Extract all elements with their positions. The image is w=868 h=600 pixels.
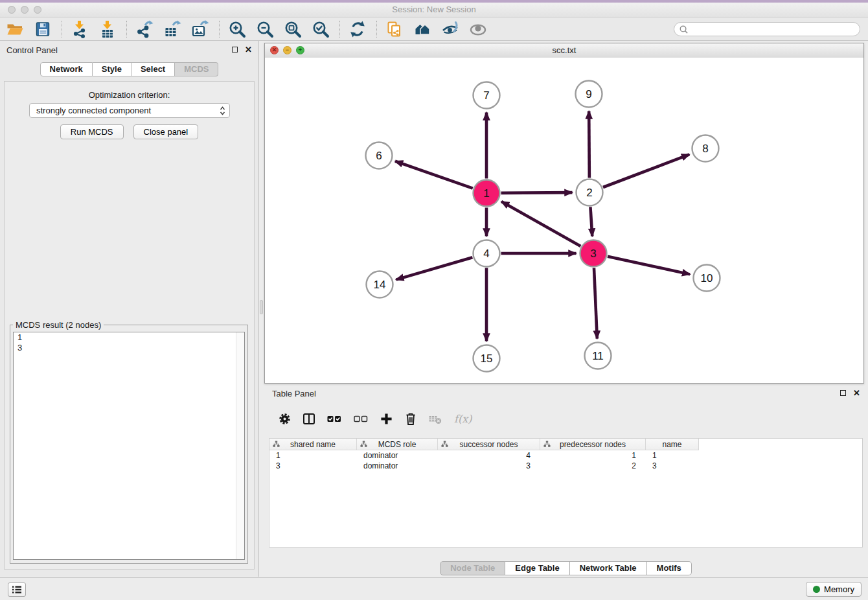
splitter-grip-icon[interactable] <box>260 300 263 314</box>
edge-3-1[interactable] <box>501 202 580 246</box>
import-table-button[interactable] <box>98 19 117 39</box>
export-table-button[interactable] <box>163 19 182 39</box>
save-session-button[interactable] <box>33 19 52 39</box>
zoom-fit-button[interactable] <box>283 19 303 39</box>
tab-edge-table[interactable]: Edge Table <box>505 561 569 575</box>
edge-4-14[interactable] <box>396 257 472 279</box>
node-10[interactable]: 10 <box>694 265 720 292</box>
column-header-name[interactable]: name <box>646 439 698 450</box>
cell-name[interactable]: 3 <box>646 461 698 471</box>
table-settings-button[interactable] <box>279 413 291 425</box>
cell-shared-name[interactable]: 1 <box>269 450 357 461</box>
cell-shared-name[interactable]: 3 <box>269 461 357 471</box>
minimize-window-icon[interactable] <box>21 6 29 14</box>
maximize-view-icon[interactable]: + <box>296 46 304 54</box>
cell-name[interactable]: 1 <box>646 450 698 461</box>
search-input[interactable] <box>691 24 860 34</box>
show-columns-button[interactable] <box>303 413 315 424</box>
node-1[interactable]: 1 <box>474 180 500 207</box>
tab-node-table[interactable]: Node Table <box>440 561 505 575</box>
zoom-fit-icon <box>284 20 302 38</box>
close-table-panel-icon[interactable]: ✕ <box>853 389 860 397</box>
function-builder-button[interactable]: f(x) <box>454 413 472 425</box>
network-window: ✕ − + scc.txt 7968124314101511 <box>264 43 864 384</box>
refresh-button[interactable] <box>348 19 367 39</box>
node-7[interactable]: 7 <box>474 82 500 109</box>
edge-3-11[interactable] <box>594 268 597 338</box>
close-panel-icon[interactable]: ✕ <box>245 46 252 53</box>
cell-successor-nodes[interactable]: 3 <box>438 461 540 471</box>
node-15[interactable]: 15 <box>474 345 500 372</box>
close-panel-button[interactable]: Close panel <box>133 124 199 139</box>
node-8[interactable]: 8 <box>692 135 719 162</box>
table-row[interactable]: 1dominator411 <box>269 450 862 461</box>
result-item[interactable]: 3 <box>14 343 244 353</box>
tab-style[interactable]: Style <box>93 62 131 76</box>
cell-successor-nodes[interactable]: 4 <box>438 450 540 461</box>
edge-2-3[interactable] <box>590 207 592 236</box>
close-window-icon[interactable] <box>8 6 16 14</box>
edge-2-9[interactable] <box>589 111 589 178</box>
cell-mcds-role[interactable]: dominator <box>357 450 438 461</box>
memory-button[interactable]: Memory <box>806 582 862 597</box>
add-column-button[interactable] <box>380 413 393 425</box>
toolbar-separator <box>219 21 220 38</box>
zoom-window-icon[interactable] <box>34 6 41 14</box>
cell-mcds-role[interactable]: dominator <box>357 461 438 471</box>
result-item[interactable]: 1 <box>14 332 244 343</box>
import-network-button[interactable] <box>70 19 89 39</box>
delete-table-button[interactable] <box>429 413 442 424</box>
network-canvas[interactable]: 7968124314101511 <box>265 58 863 383</box>
tab-network-table[interactable]: Network Table <box>570 561 647 575</box>
tab-network[interactable]: Network <box>40 62 93 76</box>
tab-motifs[interactable]: Motifs <box>647 561 692 575</box>
close-view-icon[interactable]: ✕ <box>270 46 279 54</box>
result-scrollbar[interactable] <box>236 332 244 559</box>
zoom-selected-button[interactable] <box>311 19 330 39</box>
zoom-out-button[interactable] <box>255 19 275 39</box>
export-image-button[interactable] <box>190 19 210 39</box>
cell-predecessor-nodes[interactable]: 2 <box>540 461 646 471</box>
node-6[interactable]: 6 <box>366 143 393 169</box>
float-panel-icon[interactable] <box>232 47 238 52</box>
edge-2-8[interactable] <box>603 154 689 187</box>
home-button[interactable] <box>413 19 432 39</box>
deselect-all-button[interactable] <box>354 415 368 423</box>
node-9[interactable]: 9 <box>576 81 602 108</box>
node-3[interactable]: 3 <box>580 240 607 267</box>
node-14[interactable]: 14 <box>367 271 393 298</box>
open-session-button[interactable] <box>5 19 25 39</box>
column-header-shared-name[interactable]: shared name <box>269 439 357 450</box>
column-header-mcds-role[interactable]: MCDS role <box>357 439 438 450</box>
table-row[interactable]: 3dominator323 <box>269 461 862 471</box>
select-all-button[interactable] <box>327 415 341 423</box>
show-graphics-details-button[interactable] <box>468 19 488 39</box>
clone-network-button[interactable] <box>385 19 404 39</box>
task-history-button[interactable] <box>8 583 26 597</box>
float-table-panel-icon[interactable] <box>840 390 846 396</box>
zoom-in-button[interactable] <box>227 19 247 39</box>
search-field[interactable] <box>674 22 860 36</box>
edge-3-10[interactable] <box>608 257 690 275</box>
column-header-successor-nodes[interactable]: successor nodes <box>438 439 540 450</box>
tab-mcds[interactable]: MCDS <box>175 62 218 76</box>
export-network-button[interactable] <box>135 19 154 39</box>
node-11[interactable]: 11 <box>585 343 611 369</box>
criterion-select[interactable]: strongly connected component <box>29 103 230 118</box>
node-4[interactable]: 4 <box>474 240 500 267</box>
run-mcds-button[interactable]: Run MCDS <box>60 124 124 139</box>
node-table[interactable]: shared nameMCDS rolesuccessor nodesprede… <box>269 438 863 548</box>
panel-splitter[interactable] <box>259 41 264 382</box>
column-tree-icon <box>543 441 551 448</box>
delete-column-button[interactable] <box>405 412 417 426</box>
edge-1-6[interactable] <box>395 161 473 189</box>
column-header-predecessor-nodes[interactable]: predecessor nodes <box>540 439 646 450</box>
edge-1-2[interactable] <box>501 192 572 193</box>
node-2[interactable]: 2 <box>577 179 603 206</box>
hide-graphics-details-button[interactable] <box>440 19 460 39</box>
cell-predecessor-nodes[interactable]: 1 <box>540 450 646 461</box>
minimize-view-icon[interactable]: − <box>283 46 291 54</box>
tab-select[interactable]: Select <box>131 62 175 76</box>
svg-text:8: 8 <box>702 143 708 155</box>
network-window-titlebar[interactable]: ✕ − + scc.txt <box>265 43 863 58</box>
